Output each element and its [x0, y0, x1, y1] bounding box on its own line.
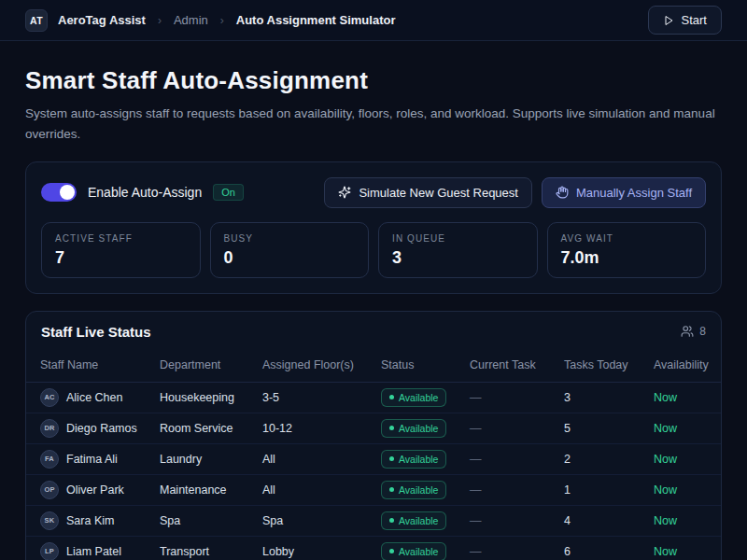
avatar: DR — [40, 419, 59, 438]
users-icon — [681, 325, 694, 338]
status-dot-icon — [389, 518, 394, 523]
status-badge: Available — [381, 450, 446, 469]
col-current-task: Current Task — [470, 351, 564, 383]
table-title: Staff Live Status — [41, 324, 151, 340]
start-button-label: Start — [682, 13, 707, 27]
table-row[interactable]: OP Oliver Park Maintenance All Available… — [26, 474, 722, 505]
floors-cell: 3-5 — [262, 382, 381, 413]
stat-label: ACTIVE STAFF — [55, 233, 187, 244]
staff-table-body: AC Alice Chen Housekeeping 3-5 Available… — [26, 382, 722, 560]
status-badge: Available — [381, 511, 446, 530]
status-badge: Available — [381, 481, 446, 499]
col-status: Status — [381, 351, 470, 383]
status-badge: Available — [381, 419, 446, 438]
col-staff-name: Staff Name — [26, 351, 160, 383]
floors-cell: All — [262, 474, 381, 505]
stat-value: 7.0m — [561, 248, 693, 268]
simulate-request-button[interactable]: Simulate New Guest Request — [324, 177, 532, 208]
status-badge: Available — [381, 542, 446, 560]
auto-assign-toggle[interactable] — [41, 183, 77, 202]
control-panel: Enable Auto-Assign On Simulate New Guest… — [25, 161, 722, 294]
table-row[interactable]: AC Alice Chen Housekeeping 3-5 Available… — [26, 382, 722, 413]
stat-busy: BUSY 0 — [210, 222, 370, 278]
stat-value: 7 — [55, 248, 187, 268]
table-row[interactable]: FA Fatima Ali Laundry All Available — 2 … — [26, 443, 722, 474]
table-row[interactable]: DR Diego Ramos Room Service 10-12 Availa… — [26, 413, 722, 443]
manually-assign-button[interactable]: Manually Assign Staff — [542, 177, 706, 208]
breadcrumb-separator-icon: › — [158, 14, 162, 27]
staff-name: Alice Chen — [66, 391, 122, 404]
topbar: AT AeroTag Assist › Admin › Auto Assignm… — [0, 0, 747, 41]
current-task-cell: — — [470, 536, 564, 560]
availability-cell: Now — [654, 505, 722, 536]
status-dot-icon — [389, 426, 394, 430]
status-badge: Available — [381, 388, 446, 407]
manually-assign-label: Manually Assign Staff — [576, 186, 692, 200]
stat-label: AVG WAIT — [561, 233, 693, 244]
col-floors: Assigned Floor(s) — [262, 351, 381, 383]
staff-count: 8 — [681, 325, 706, 338]
status-dot-icon — [389, 456, 394, 461]
avatar: OP — [40, 481, 59, 499]
status-dot-icon — [389, 487, 394, 492]
staff-name: Fatima Ali — [66, 453, 118, 466]
table-row[interactable]: SK Sara Kim Spa Spa Available — 4 Now — [26, 505, 722, 536]
tasks-today-cell: 1 — [564, 474, 654, 505]
table-row[interactable]: LP Liam Patel Transport Lobby Available … — [26, 536, 722, 560]
stat-in-queue: IN QUEUE 3 — [378, 222, 538, 278]
hand-icon — [556, 186, 569, 199]
col-tasks-today: Tasks Today — [564, 351, 654, 383]
staff-name: Diego Ramos — [66, 422, 137, 435]
staff-table: Staff Name Department Assigned Floor(s) … — [26, 351, 722, 560]
department-cell: Laundry — [160, 443, 262, 474]
breadcrumb-app-name[interactable]: AeroTag Assist — [58, 13, 146, 27]
stat-value: 3 — [392, 248, 524, 268]
page-title: Smart Staff Auto-Assignment — [25, 66, 722, 95]
breadcrumb: AT AeroTag Assist › Admin › Auto Assignm… — [25, 9, 395, 32]
start-button[interactable]: Start — [648, 6, 722, 35]
breadcrumb-separator-icon: › — [220, 14, 224, 27]
floors-cell: 10-12 — [262, 413, 381, 443]
page-subtitle: System auto-assigns staff to requests ba… — [25, 104, 718, 145]
breadcrumb-current-page: Auto Assignment Simulator — [236, 13, 396, 27]
floors-cell: Lobby — [262, 536, 381, 560]
table-header-row: Staff Name Department Assigned Floor(s) … — [26, 351, 722, 383]
tasks-today-cell: 3 — [564, 382, 654, 413]
department-cell: Spa — [160, 505, 262, 536]
department-cell: Housekeeping — [160, 382, 262, 413]
tasks-today-cell: 5 — [564, 413, 654, 443]
staff-count-value: 8 — [699, 325, 706, 338]
staff-name: Sara Kim — [66, 514, 114, 527]
availability-cell: Now — [654, 474, 722, 505]
floors-cell: Spa — [262, 505, 381, 536]
status-dot-icon — [389, 549, 394, 553]
current-task-cell: — — [470, 382, 564, 413]
avatar: AC — [40, 388, 59, 407]
current-task-cell: — — [470, 505, 564, 536]
tasks-today-cell: 6 — [564, 536, 654, 560]
main-content: Smart Staff Auto-Assignment System auto-… — [0, 66, 747, 560]
status-dot-icon — [389, 395, 394, 399]
avatar: LP — [40, 542, 59, 560]
current-task-cell: — — [470, 443, 564, 474]
toggle-state-badge: On — [213, 184, 244, 201]
floors-cell: All — [262, 443, 381, 474]
stat-avg-wait: AVG WAIT 7.0m — [547, 222, 707, 278]
avatar: SK — [40, 511, 59, 530]
stat-label: BUSY — [224, 233, 356, 244]
col-department: Department — [160, 351, 262, 383]
tasks-today-cell: 4 — [564, 505, 654, 536]
availability-cell: Now — [654, 536, 722, 560]
auto-assign-toggle-label: Enable Auto-Assign — [88, 185, 202, 200]
current-task-cell: — — [470, 413, 564, 443]
availability-cell: Now — [654, 413, 722, 443]
current-task-cell: — — [470, 474, 564, 505]
breadcrumb-admin[interactable]: Admin — [174, 13, 208, 27]
sparkles-icon — [338, 186, 351, 199]
stat-active-staff: ACTIVE STAFF 7 — [41, 222, 201, 278]
col-availability: Availability — [654, 351, 722, 383]
staff-name: Oliver Park — [66, 483, 124, 497]
availability-cell: Now — [654, 443, 722, 474]
stat-value: 0 — [224, 248, 356, 268]
simulate-request-label: Simulate New Guest Request — [359, 186, 518, 200]
